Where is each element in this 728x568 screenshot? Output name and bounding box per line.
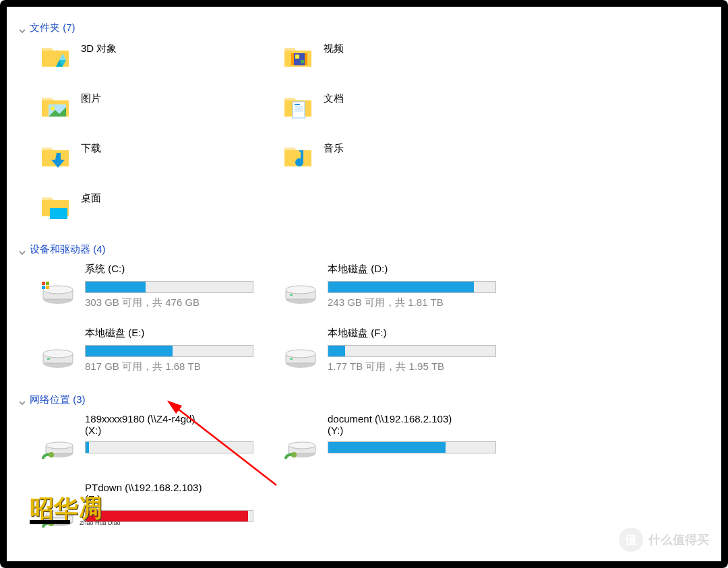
drive-name: 本地磁盘 (D:) [328,263,504,276]
svg-rect-21 [46,282,49,285]
folder-desktop[interactable]: 桌面 [39,191,262,223]
drive-usage-bar [85,345,253,357]
svg-point-26 [286,286,315,294]
folder-label: 图片 [81,91,101,105]
drive-1[interactable]: 本地磁盘 (D:)243 GB 可用，共 1.81 TB [282,263,504,309]
drive-stats: 243 GB 可用，共 1.81 TB [328,296,504,309]
drive-stats: 817 GB 可用，共 1.68 TB [85,360,262,373]
section-folders-title: 文件夹 (7) [30,22,75,34]
watermark-logo: 昭华凋 Zhao Hua Diao [30,498,121,526]
folder-videos-icon [282,41,314,73]
svg-rect-20 [42,282,45,285]
folder-label: 下载 [81,141,101,155]
network-drives-grid: 189xxxx9180 (\\Z4-r4gd)(X:)document (\\1… [19,413,716,550]
svg-rect-4 [291,53,294,65]
svg-rect-12 [295,104,300,105]
folder-videos[interactable]: 视频 [282,41,504,73]
drive-2[interactable]: 本地磁盘 (E:)817 GB 可用，共 1.68 TB [39,327,262,373]
folder-desktop-icon [39,191,71,223]
drive-usage-bar [85,281,253,293]
folder-downloads-icon [39,141,71,173]
drive-icon [39,275,77,307]
chevron-down-icon [19,397,26,404]
svg-rect-14 [295,108,303,110]
network-drive-name-line2: (Y:) [328,424,504,436]
svg-rect-27 [290,294,293,296]
network-drive-name-line1: 189xxxx9180 (\\Z4-r4gd) [85,413,262,424]
svg-point-38 [46,442,73,449]
folder-label: 文档 [324,91,344,105]
folder-music[interactable]: 音乐 [282,141,504,173]
svg-rect-5 [305,53,307,65]
folder-label: 音乐 [324,141,344,155]
watermark-logo-text: 昭华凋 [30,498,121,519]
folder-documents-icon [282,91,314,123]
drive-name: 系统 (C:) [85,263,262,276]
chevron-down-icon [19,25,26,32]
svg-point-10 [51,106,55,111]
svg-rect-16 [50,208,67,219]
folder-label: 3D 对象 [81,41,117,55]
folder-documents[interactable]: 文档 [282,91,504,123]
drive-icon [39,339,77,371]
network-drive-name-line1: PTdown (\\192.168.2.103) [85,482,262,493]
section-network-header[interactable]: 网络位置 (3) [19,393,716,406]
drive-icon [282,339,320,371]
folder-label: 桌面 [81,191,101,205]
drive-name: 本地磁盘 (E:) [85,327,262,340]
network-drive-name-line2: (X:) [85,424,262,436]
watermark-logo-sub: Zhao Hua Diao [80,519,121,526]
drive-stats: 1.77 TB 可用，共 1.95 TB [328,360,504,373]
network-drive-1[interactable]: document (\\192.168.2.103)(Y:) [282,413,504,464]
folder-music-icon [282,141,314,173]
folder-label: 视频 [324,41,344,55]
network-drive-usage-bar [85,441,253,453]
svg-point-42 [289,442,315,449]
svg-point-43 [291,452,297,457]
watermark-badge: 值 [619,528,643,552]
folder-pictures-icon [39,91,71,123]
svg-point-30 [43,350,73,358]
drive-name: 本地磁盘 (F:) [328,327,504,340]
svg-rect-7 [301,60,304,63]
section-drives-header[interactable]: 设备和驱动器 (4) [19,243,716,256]
svg-rect-13 [295,106,303,108]
svg-rect-22 [42,286,45,289]
explorer-view: 文件夹 (7) 3D 对象 视频 图片 [7,7,721,561]
network-drive-name-line1: document (\\192.168.2.103) [328,413,504,424]
folder-downloads[interactable]: 下载 [39,141,262,173]
svg-rect-35 [290,358,293,360]
network-drive-0[interactable]: 189xxxx9180 (\\Z4-r4gd)(X:) [39,413,262,464]
drive-usage-bar [328,281,496,293]
drive-3[interactable]: 本地磁盘 (F:)1.77 TB 可用，共 1.95 TB [282,327,504,373]
folder-3d-objects[interactable]: 3D 对象 [39,41,262,73]
network-drive-icon [39,432,77,464]
svg-rect-23 [46,286,49,289]
folder-3d-icon [39,41,71,73]
svg-point-39 [49,452,54,457]
svg-rect-6 [295,55,299,59]
section-drives-title: 设备和驱动器 (4) [30,243,106,256]
svg-rect-31 [47,358,50,360]
drive-stats: 303 GB 可用，共 476 GB [85,296,262,309]
watermark-text: 什么值得买 [648,532,709,548]
drive-usage-bar [328,345,496,357]
drive-0[interactable]: 系统 (C:)303 GB 可用，共 476 GB [39,263,262,309]
drives-grid: 系统 (C:)303 GB 可用，共 476 GB本地磁盘 (D:)243 GB… [19,263,716,391]
network-drive-usage-bar [328,441,496,453]
svg-rect-15 [295,111,303,112]
drive-icon [282,275,320,307]
folder-pictures[interactable]: 图片 [39,91,262,123]
section-network-title: 网络位置 (3) [30,393,86,406]
watermark-smzdm: 值 什么值得买 [619,528,709,552]
svg-point-34 [286,350,315,358]
section-folders-header[interactable]: 文件夹 (7) [19,22,716,34]
chevron-down-icon [19,247,26,253]
folders-grid: 3D 对象 视频 图片 文档 [19,41,716,241]
network-drive-icon [282,432,320,464]
